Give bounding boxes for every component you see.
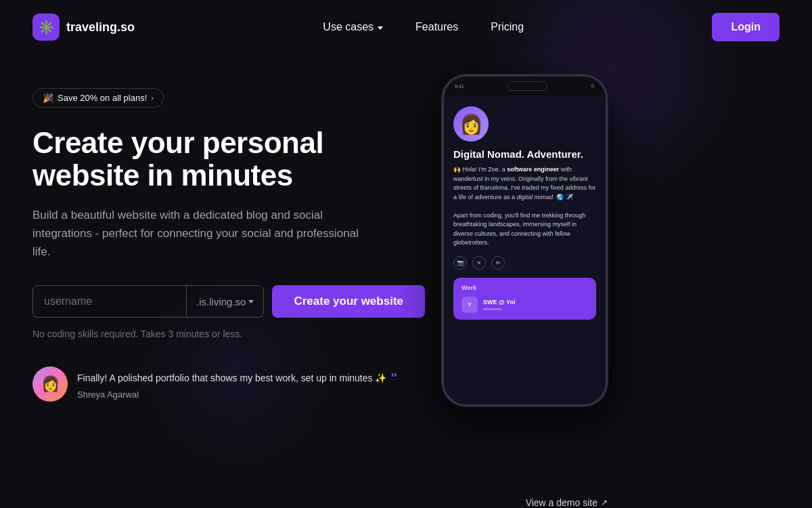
hero-left: 🎉 Save 20% on all plans! › Create your p… (32, 68, 425, 508)
phone-work-info: SWE @ Yoi (483, 299, 515, 310)
instagram-icon: 📷 (453, 256, 467, 270)
login-button[interactable]: Login (712, 13, 780, 41)
phone-mockup-container: 9:41 ⊙ 👩 Digital Nomad. Adventurer. 🙌 Ho… (425, 68, 628, 508)
phone-status: ⊙ (591, 83, 595, 89)
logo[interactable]: ✳️ traveling.so (32, 14, 135, 41)
twitter-icon: ✕ (472, 256, 486, 270)
phone-content: 👩 Digital Nomad. Adventurer. 🙌 Hola! I'm… (444, 96, 606, 404)
chevron-down-icon (378, 26, 383, 30)
username-input[interactable] (33, 286, 186, 317)
testimonial-author: Shreya Agarwal (77, 389, 397, 400)
quote-icon: " (390, 368, 397, 387)
nav-features[interactable]: Features (415, 21, 458, 33)
linkedin-icon: in (491, 256, 505, 270)
domain-text: .is.living.so (196, 296, 246, 308)
no-coding-text: No coding skills required. Takes 3 minut… (32, 329, 425, 339)
nav-links: Use cases Features Pricing (323, 21, 524, 33)
hero-headline: Create your personal website in minutes (32, 127, 425, 192)
main-content: 🎉 Save 20% on all plans! › Create your p… (0, 54, 812, 508)
avatar: 👩 (32, 366, 68, 402)
testimonial-text: Finally! A polished portfolio that shows… (77, 368, 397, 387)
phone-socials: 📷 ✕ in (453, 256, 596, 270)
promo-badge[interactable]: 🎉 Save 20% on all plans! › (32, 88, 164, 108)
promo-text: Save 20% on all plans! (58, 93, 147, 103)
phone-profile-image: 👩 (453, 106, 489, 142)
bio-text-2: Apart from coding, you'll find me trekki… (453, 212, 585, 247)
phone-work-logo: Y (461, 297, 478, 313)
create-website-button[interactable]: Create your website (272, 285, 425, 318)
nav-use-cases[interactable]: Use cases (323, 21, 383, 33)
promo-emoji: 🎉 (43, 93, 53, 103)
logo-text: traveling.so (66, 20, 135, 35)
phone-time: 9:41 (455, 84, 464, 89)
domain-selector[interactable]: .is.living.so (186, 287, 263, 317)
external-link-icon: ↗ (601, 498, 608, 507)
demo-link-text: View a demo site (526, 497, 597, 508)
phone-work-card: Work Y SWE @ Yoi (453, 278, 596, 320)
navbar: ✳️ traveling.so Use cases Features Prici… (0, 0, 812, 54)
phone-notch: 9:41 ⊙ (444, 77, 606, 96)
logo-icon: ✳️ (32, 14, 60, 41)
phone-work-bar (483, 308, 502, 310)
phone-bio: 🙌 Hola! I'm Zoe, a software engineer wit… (453, 165, 596, 248)
domain-chevron-icon (248, 300, 254, 303)
promo-arrow: › (151, 93, 154, 103)
testimonial: 👩 Finally! A polished portfolio that sho… (32, 366, 425, 402)
demo-link[interactable]: View a demo site ↗ (526, 497, 608, 508)
phone-work-item: Y SWE @ Yoi (461, 297, 588, 313)
testimonial-content: Finally! A polished portfolio that shows… (77, 368, 397, 400)
nav-pricing[interactable]: Pricing (491, 21, 524, 33)
hero-subtext: Build a beautiful website with a dedicat… (32, 206, 371, 261)
phone-work-label: Work (461, 284, 588, 291)
phone-mockup: 9:41 ⊙ 👩 Digital Nomad. Adventurer. 🙌 Ho… (442, 75, 608, 406)
bio-text-1: 🙌 Hola! I'm Zoe, a software engineer wit… (453, 166, 595, 200)
phone-island (507, 81, 547, 91)
input-row: .is.living.so Create your website (32, 285, 425, 318)
phone-profile-name: Digital Nomad. Adventurer. (453, 148, 596, 160)
username-wrapper: .is.living.so (32, 285, 264, 318)
